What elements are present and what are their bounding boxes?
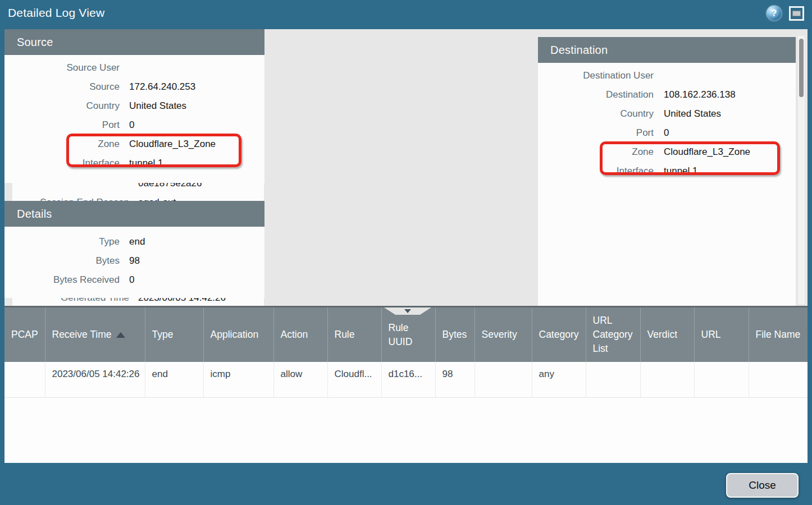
dialog-title-bar: Detailed Log View ? — [0, 0, 812, 26]
destination-zone-interface-highlight: Zone Cloudflare_L3_Zone Interface tunnel… — [538, 146, 796, 177]
field-label: Zone — [4, 138, 120, 150]
details-panel-header: Details — [4, 201, 264, 227]
details-panel: Details Type end Bytes 98 Bytes Received — [4, 201, 264, 298]
source-zone-interface-highlight: Zone Cloudflare_L3_Zone Interface tunnel… — [4, 138, 264, 169]
field-value — [129, 62, 264, 74]
sort-ascending-icon — [116, 332, 125, 338]
field-row: Source 172.64.240.253 — [4, 81, 264, 93]
close-button[interactable]: Close — [726, 473, 799, 498]
field-label: Interface — [538, 165, 654, 177]
field-value: end — [129, 236, 264, 248]
cell-url — [694, 362, 749, 397]
field-label: Country — [538, 108, 654, 120]
column-header-label: Receive Time — [52, 329, 112, 340]
field-value: Cloudflare_L3_Zone — [664, 146, 796, 158]
cell-receive-time: 2023/06/05 14:42:26 — [45, 362, 145, 397]
source-plain-rows: Source User Source 172.64.240.253 Countr… — [4, 62, 264, 131]
field-row: Port 0 — [538, 127, 796, 139]
cell-action: allow — [273, 362, 327, 397]
column-header-severity[interactable]: Severity — [475, 307, 532, 362]
cell-rule: Cloudfl... — [327, 362, 381, 397]
column-header-receive-time[interactable]: Receive Time — [45, 307, 145, 362]
field-row: Country United States — [538, 108, 796, 120]
cell-verdict — [640, 362, 694, 397]
field-row: Port 0 — [4, 119, 264, 131]
column-header-url[interactable]: URL — [694, 307, 749, 362]
source-highlighted-rows: Zone Cloudflare_L3_Zone Interface tunnel… — [4, 138, 264, 169]
chevron-down-icon — [404, 309, 411, 313]
log-table: PCAP Receive Time Type Application Actio… — [4, 307, 808, 398]
field-value: United States — [129, 100, 264, 112]
field-value: 98 — [129, 255, 264, 267]
field-label: Bytes — [4, 255, 120, 267]
column-header-bytes[interactable]: Bytes — [435, 307, 475, 362]
column-header-category[interactable]: Category — [532, 307, 586, 362]
column-header-pcap[interactable]: PCAP — [4, 307, 45, 362]
log-table-region: PCAP Receive Time Type Application Actio… — [4, 306, 808, 463]
cell-pcap — [4, 362, 45, 397]
window-restore-icon[interactable] — [789, 6, 804, 21]
destination-panel-body: Destination User Destination 108.162.236… — [538, 63, 796, 306]
field-row: Bytes 98 — [4, 255, 264, 267]
source-panel-body: Source User Source 172.64.240.253 Countr… — [4, 55, 264, 183]
vertical-scrollbar-track[interactable] — [798, 36, 805, 304]
destination-highlighted-rows: Zone Cloudflare_L3_Zone Interface tunnel… — [538, 146, 796, 177]
destination-panel: Destination Destination User Destination… — [538, 37, 796, 306]
cell-url-category-list — [586, 362, 640, 397]
field-row: Zone Cloudflare_L3_Zone — [4, 138, 264, 150]
field-label: Type — [4, 236, 120, 248]
field-row: Source User — [4, 62, 264, 74]
window-restore-icon-inner — [792, 11, 801, 16]
table-header-row: PCAP Receive Time Type Application Actio… — [4, 307, 808, 362]
page-title: Detailed Log View — [0, 6, 104, 20]
column-header-file-name[interactable]: File Name — [749, 307, 808, 362]
field-label: Bytes Received — [4, 274, 120, 286]
column-header-application[interactable]: Application — [203, 307, 273, 362]
cell-rule-uuid: d1c16... — [381, 362, 435, 397]
field-value — [664, 70, 796, 82]
field-value: 0 — [129, 274, 264, 286]
field-row: Destination 108.162.236.138 — [538, 89, 796, 101]
field-label: Source — [4, 81, 120, 93]
column-header-verdict[interactable]: Verdict — [640, 307, 694, 362]
field-value: tunnel.1 — [129, 157, 264, 169]
cell-bytes: 98 — [435, 362, 475, 397]
field-label: Port — [4, 119, 120, 131]
column-header-action[interactable]: Action — [273, 307, 327, 362]
field-label: Zone — [538, 146, 654, 158]
field-row: Interface tunnel.1 — [4, 157, 264, 169]
column-header-type[interactable]: Type — [145, 307, 203, 362]
field-row: Type end — [4, 236, 264, 248]
log-table-row[interactable]: 2023/06/05 14:42:26 end icmp allow Cloud… — [4, 362, 808, 397]
field-label: Destination — [538, 89, 654, 101]
field-row: Interface tunnel.1 — [538, 165, 796, 177]
field-value: United States — [664, 108, 796, 120]
vertical-scrollbar-thumb[interactable] — [799, 39, 804, 97]
field-label: Country — [4, 100, 120, 112]
source-details-column: Source Source User Source 172.64.240.253 — [4, 29, 264, 298]
field-value: 108.162.236.138 — [664, 89, 796, 101]
cell-file-name — [749, 362, 808, 397]
source-panel-header: Source — [4, 29, 264, 55]
field-row: Bytes Received 0 — [4, 274, 264, 286]
cell-type: end — [145, 362, 203, 397]
field-row: Country United States — [4, 100, 264, 112]
field-label: Source User — [4, 62, 120, 74]
destination-plain-rows: Destination User Destination 108.162.236… — [538, 70, 796, 139]
field-value: tunnel.1 — [664, 165, 796, 177]
field-value: Cloudflare_L3_Zone — [129, 138, 264, 150]
title-bar-icons: ? — [767, 6, 804, 21]
destination-panel-header: Destination — [538, 37, 796, 63]
source-panel: Source Source User Source 172.64.240.253 — [4, 29, 264, 183]
details-panel-body: Type end Bytes 98 Bytes Received 0 — [4, 227, 264, 298]
column-header-url-category-list[interactable]: URL Category List — [586, 307, 640, 362]
field-value: 0 — [129, 119, 264, 131]
cell-severity — [475, 362, 532, 397]
field-row: Destination User — [538, 70, 796, 82]
field-label: Interface — [4, 157, 120, 169]
column-header-rule-uuid[interactable]: Rule UUID — [381, 307, 435, 362]
help-icon[interactable]: ? — [767, 6, 782, 21]
field-label: Port — [538, 127, 654, 139]
column-header-rule[interactable]: Rule — [327, 307, 381, 362]
cell-application: icmp — [203, 362, 273, 397]
